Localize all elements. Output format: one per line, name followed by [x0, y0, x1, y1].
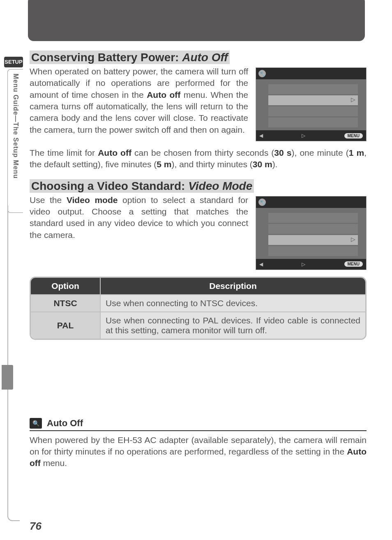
lcd-row — [268, 118, 358, 127]
side-thumb-tab — [2, 365, 13, 390]
heading-video-em: Video Mode — [188, 180, 252, 192]
heading-video-prefix: Choosing a Video Standard: — [31, 180, 188, 192]
left-triangle-icon: ◀ — [259, 261, 263, 267]
lcd-auto-off: 🔧 ◀ ▷ MENU — [256, 67, 367, 141]
p2d: 30 s — [274, 148, 291, 157]
heading-auto-off: Conserving Battery Power: Auto Off — [30, 51, 367, 64]
note-title: Auto Off — [47, 418, 83, 429]
cell-pal-desc: Use when connecting to PAL devices. If v… — [101, 312, 365, 339]
heading-auto-off-em: Auto Off — [182, 51, 228, 64]
p2k: ). — [272, 159, 278, 169]
para-video-mode: Use the Video mode option to select a st… — [30, 194, 248, 241]
p2c: can be chosen from thirty seconds ( — [131, 148, 274, 157]
page-number: 76 — [30, 520, 42, 533]
p2j: 30 m — [253, 159, 272, 169]
cell-ntsc-desc: Use when connecting to NTSC devices. — [101, 294, 365, 312]
para-auto-off-2: The time limit for Auto off can be chose… — [30, 147, 367, 171]
cell-ntsc: NTSC — [31, 294, 101, 312]
lcd-row — [268, 84, 358, 94]
magnify-icon: 🔍 — [30, 418, 42, 429]
p2e: ), one minute ( — [291, 148, 348, 157]
table-row: PAL Use when connecting to PAL devices. … — [31, 312, 365, 339]
wrench-icon: 🔧 — [258, 198, 266, 206]
side-rail — [7, 205, 20, 521]
th-option: Option — [31, 278, 101, 294]
heading-auto-off-prefix: Conserving Battery Power: — [31, 51, 182, 64]
lcd-row — [268, 106, 358, 116]
side-vertical-label: Menu Guide—The Setup Menu — [12, 74, 19, 179]
th-description: Description — [101, 278, 365, 294]
p2b: Auto off — [98, 148, 131, 157]
cell-pal: PAL — [31, 312, 101, 339]
p2i: ), and thirty minutes ( — [172, 159, 253, 169]
lcd-video-mode: 🔧 ◀ ▷ MENU — [256, 196, 367, 270]
wrench-icon: 🔧 — [258, 70, 266, 77]
nb-a: When powered by the EH-53 AC adapter (av… — [30, 435, 367, 456]
lcd-row-active — [268, 235, 358, 245]
video-mode-table: Option Description NTSC Use when connect… — [30, 277, 367, 340]
p3b: Video mode — [67, 195, 118, 205]
note-body: When powered by the EH-53 AC adapter (av… — [30, 434, 367, 469]
p2h: 5 m — [157, 159, 171, 169]
menu-pill: MENU — [344, 261, 363, 267]
lcd-row — [268, 224, 358, 234]
p2f: 1 m — [349, 148, 364, 157]
lcd-row — [268, 246, 358, 256]
top-dark-panel — [28, 0, 365, 41]
lcd-row-active — [268, 95, 358, 105]
play-triangle-icon: ▷ — [302, 133, 305, 138]
p3a: Use the — [30, 195, 67, 205]
p2a: The time limit for — [30, 148, 98, 157]
para-auto-off-1: When operated on battery power, the came… — [30, 66, 248, 136]
setup-badge: SETUP — [4, 57, 23, 67]
para1-b: Auto off — [147, 90, 180, 99]
table-row: NTSC Use when connecting to NTSC devices… — [31, 294, 365, 312]
menu-pill: MENU — [344, 133, 363, 138]
left-triangle-icon: ◀ — [259, 133, 263, 138]
nb-c: menu. — [41, 458, 67, 468]
lcd-row — [268, 213, 358, 223]
heading-video-mode: Choosing a Video Standard: Video Mode — [30, 180, 367, 193]
play-triangle-icon: ▷ — [302, 261, 305, 267]
side-label-frame: Menu Guide—The Setup Menu — [7, 69, 23, 213]
note-auto-off: 🔍 Auto Off When powered by the EH-53 AC … — [30, 418, 367, 469]
side-tab: SETUP Menu Guide—The Setup Menu — [3, 57, 28, 213]
